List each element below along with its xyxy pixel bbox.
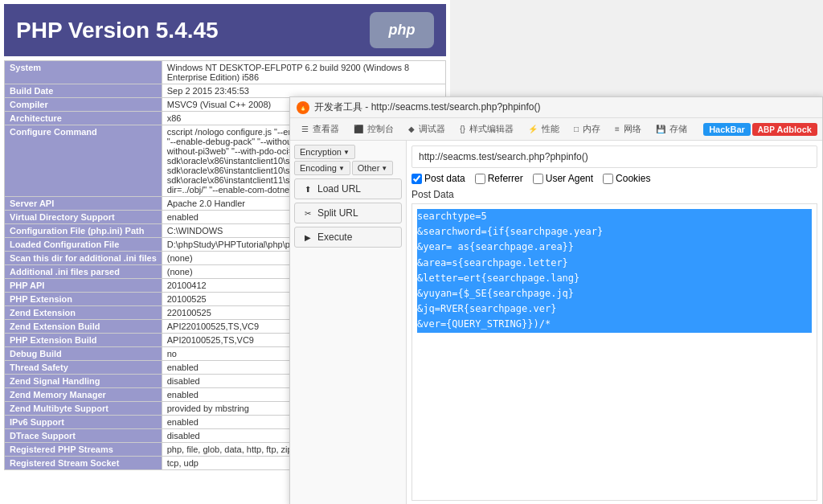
post-data-line: &year= as{searchpage.area}} bbox=[417, 240, 812, 255]
post-data-checkbox-label: Post data bbox=[424, 173, 465, 184]
hackbar-right: http://seacms.test/search.php?phpinfo() … bbox=[407, 141, 822, 504]
table-cell-key: Debug Build bbox=[5, 347, 162, 361]
post-data-area[interactable]: searchtype=5&searchword={if{searchpage.y… bbox=[412, 203, 817, 501]
split-url-label: Split URL bbox=[317, 207, 358, 219]
tab-storage[interactable]: 💾 存储 bbox=[649, 121, 694, 137]
php-version-title: PHP Version 5.4.45 bbox=[16, 18, 219, 43]
tab-debugger[interactable]: ◆ 调试器 bbox=[402, 121, 452, 137]
table-cell-key: PHP Extension Build bbox=[5, 334, 162, 347]
php-header: PHP Version 5.4.45 php bbox=[4, 4, 446, 56]
table-cell-key: Configure Command bbox=[5, 125, 162, 197]
browser-panel: 🔥 开发者工具 - http://seacms.test/search.php?… bbox=[289, 96, 823, 504]
table-cell-key: PHP API bbox=[5, 279, 162, 293]
user-agent-option: User Agent bbox=[533, 173, 593, 184]
table-cell-key: Zend Extension bbox=[5, 306, 162, 320]
table-cell-key: Zend Signal Handling bbox=[5, 375, 162, 388]
post-data-line: &ver={QUERY_STRING}})/* bbox=[417, 317, 812, 332]
hackbar-content: Encryption ▼ Encoding ▼ Other ▼ ⬆ Load U… bbox=[290, 141, 822, 504]
table-cell-key: Architecture bbox=[5, 112, 162, 125]
table-cell-key: Additional .ini files parsed bbox=[5, 265, 162, 279]
post-data-line: searchtype=5 bbox=[417, 209, 812, 224]
cookies-checkbox-label: Cookies bbox=[616, 173, 650, 184]
table-cell-key: System bbox=[5, 61, 162, 84]
table-row: SystemWindows NT DESKTOP-EFLP0TP 6.2 bui… bbox=[5, 61, 446, 84]
url-bar[interactable]: http://seacms.test/search.php?phpinfo() bbox=[412, 145, 817, 168]
encoding-label: Encoding bbox=[300, 163, 337, 173]
style-editor-icon: {} bbox=[460, 125, 465, 133]
table-cell-value: Windows NT DESKTOP-EFLP0TP 6.2 build 920… bbox=[162, 61, 445, 84]
post-data-checkbox[interactable] bbox=[412, 174, 422, 184]
referrer-checkbox[interactable] bbox=[475, 174, 485, 184]
tab-inspector[interactable]: ☰ 查看器 bbox=[295, 121, 346, 137]
tab-memory[interactable]: □ 内存 bbox=[567, 121, 607, 137]
table-cell-key: Registered Stream Socket bbox=[5, 457, 162, 470]
memory-icon: □ bbox=[574, 125, 579, 133]
execute-button[interactable]: ▶ Execute bbox=[294, 227, 402, 248]
execute-label: Execute bbox=[317, 232, 352, 243]
table-cell-key: Zend Memory Manager bbox=[5, 388, 162, 402]
tab-performance[interactable]: ⚡ 性能 bbox=[522, 121, 566, 137]
post-data-line: &yuyan={$_SE{searchpage.jq} bbox=[417, 286, 812, 301]
table-cell-key: Build Date bbox=[5, 84, 162, 98]
referrer-checkbox-label: Referrer bbox=[488, 173, 523, 184]
encoding-menu[interactable]: Encoding ▼ bbox=[294, 161, 350, 175]
cookies-checkbox[interactable] bbox=[603, 174, 613, 184]
hackbar-sidebar: Encryption ▼ Encoding ▼ Other ▼ ⬆ Load U… bbox=[290, 141, 407, 504]
other-menu[interactable]: Other ▼ bbox=[352, 161, 393, 175]
table-cell-key: PHP Extension bbox=[5, 293, 162, 306]
encoding-arrow: ▼ bbox=[338, 165, 345, 172]
load-url-label: Load URL bbox=[317, 183, 361, 195]
post-data-line: &jq=RVER{searchpage.ver} bbox=[417, 301, 812, 317]
table-cell-key: Thread Safety bbox=[5, 361, 162, 375]
console-icon: ⬛ bbox=[354, 125, 363, 133]
encryption-menu[interactable]: Encryption ▼ bbox=[294, 145, 355, 159]
network-icon: ≡ bbox=[615, 125, 620, 133]
table-cell-key: Zend Multibyte Support bbox=[5, 402, 162, 416]
storage-icon: 💾 bbox=[656, 125, 665, 133]
load-url-icon: ⬆ bbox=[301, 182, 314, 195]
table-cell-key: Zend Extension Build bbox=[5, 320, 162, 334]
browser-favicon: 🔥 bbox=[297, 101, 309, 114]
split-url-button[interactable]: ✂ Split URL bbox=[294, 203, 402, 223]
debugger-icon: ◆ bbox=[408, 125, 415, 133]
performance-icon: ⚡ bbox=[528, 125, 538, 133]
referrer-option: Referrer bbox=[475, 173, 523, 184]
other-arrow: ▼ bbox=[381, 165, 387, 172]
adblock-badge: ABP Adblock bbox=[752, 123, 817, 136]
browser-titlebar: 🔥 开发者工具 - http://seacms.test/search.php?… bbox=[290, 97, 822, 118]
user-agent-checkbox-label: User Agent bbox=[546, 173, 593, 184]
adblock-logo: ABP bbox=[758, 125, 775, 134]
table-row: Build DateSep 2 2015 23:45:53 bbox=[5, 84, 446, 98]
post-data-line: &letter=ert{searchpage.lang} bbox=[417, 271, 812, 286]
other-label: Other bbox=[358, 163, 380, 173]
hackbar-badge[interactable]: HackBar bbox=[703, 123, 751, 136]
split-url-icon: ✂ bbox=[301, 207, 314, 219]
table-cell-key: Virtual Directory Support bbox=[5, 211, 162, 224]
tab-network[interactable]: ≡ 网络 bbox=[608, 121, 648, 137]
table-cell-key: Configuration File (php.ini) Path bbox=[5, 224, 162, 238]
table-cell-key: Server API bbox=[5, 197, 162, 211]
table-cell-key: IPv6 Support bbox=[5, 416, 162, 429]
table-cell-key: Compiler bbox=[5, 98, 162, 112]
post-data-line: &area=s{searchpage.letter} bbox=[417, 256, 812, 271]
tab-console[interactable]: ⬛ 控制台 bbox=[347, 121, 400, 137]
table-cell-key: Loaded Configuration File bbox=[5, 238, 162, 252]
execute-icon: ▶ bbox=[301, 231, 314, 244]
url-value: http://seacms.test/search.php?phpinfo() bbox=[419, 151, 588, 162]
adblock-label: Adblock bbox=[777, 125, 812, 134]
encryption-label: Encryption bbox=[300, 147, 342, 157]
encryption-arrow: ▼ bbox=[343, 149, 350, 156]
post-data-line: &searchword={if{searchpage.year} bbox=[417, 224, 812, 240]
table-cell-value: Sep 2 2015 23:45:53 bbox=[162, 84, 445, 98]
php-logo: php bbox=[370, 12, 434, 48]
table-cell-key: Scan this dir for additional .ini files bbox=[5, 252, 162, 265]
load-url-button[interactable]: ⬆ Load URL bbox=[294, 178, 402, 199]
options-row: Post data Referrer User Agent Cookies bbox=[412, 173, 817, 184]
user-agent-checkbox[interactable] bbox=[533, 174, 543, 184]
post-data-label: Post Data bbox=[412, 189, 817, 200]
cookies-option: Cookies bbox=[603, 173, 650, 184]
inspector-icon: ☰ bbox=[301, 125, 309, 133]
table-cell-key: DTrace Support bbox=[5, 429, 162, 443]
post-data-option: Post data bbox=[412, 173, 465, 184]
tab-style-editor[interactable]: {} 样式编辑器 bbox=[453, 121, 520, 137]
